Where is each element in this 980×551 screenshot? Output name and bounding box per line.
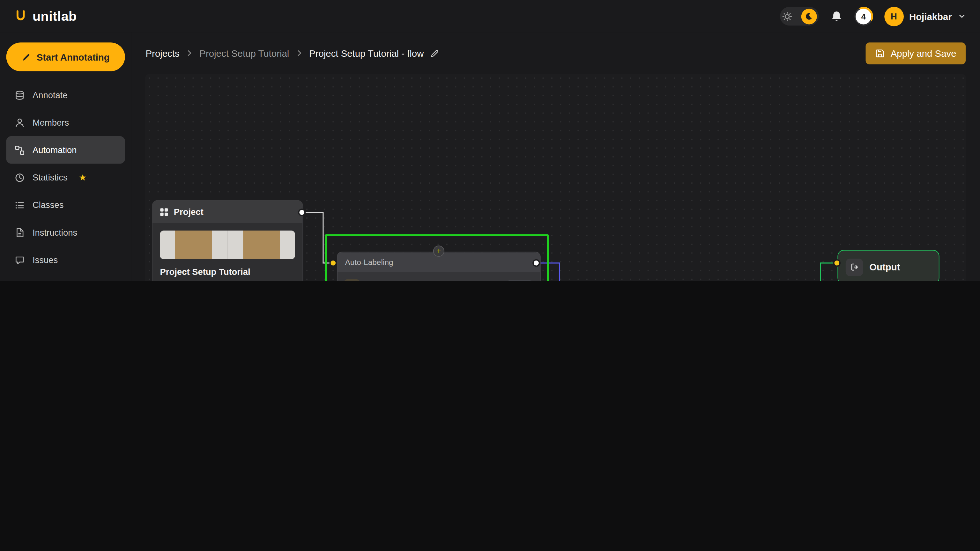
clock-icon [14, 172, 25, 183]
sun-icon [781, 11, 792, 21]
port-autolabeling-output[interactable] [533, 259, 540, 267]
sidebar-nav: Annotate Members Automation Statistics ★… [6, 81, 125, 281]
sidebar-item-statistics[interactable]: Statistics ★ [6, 164, 125, 191]
sidebar-item-classes[interactable]: Classes [6, 191, 125, 219]
project-title: Project Setup Tutorial [160, 267, 295, 277]
output-node[interactable]: Output [837, 250, 939, 281]
app-window: unitlab 4 H Hojiakbar Start Annotatin [0, 0, 980, 281]
breadcrumb-projects[interactable]: Projects [145, 48, 179, 58]
edge-approved-to-output[interactable] [801, 263, 837, 281]
port-project-output[interactable] [298, 208, 306, 216]
sidebar-item-annotate[interactable]: Annotate [6, 81, 125, 109]
sidebar-item-issues[interactable]: Issues [6, 246, 125, 273]
project-thumbnails [160, 230, 295, 259]
autolabeling-selection-box[interactable]: + Auto-Labeling Select Model 0 + [325, 234, 549, 281]
start-annotating-button[interactable]: Start Annotating [6, 43, 125, 71]
output-label: Output [869, 262, 900, 272]
logo-text: unitlab [33, 9, 77, 24]
workflow-icon [14, 145, 25, 155]
start-annotating-label: Start Annotating [37, 52, 110, 62]
add-step-above-button[interactable]: + [433, 246, 444, 257]
port-autolabeling-input[interactable] [329, 259, 337, 267]
person-icon [14, 117, 25, 127]
main-area: Projects Project Setup Tutorial Project … [131, 33, 980, 281]
breadcrumb-project[interactable]: Project Setup Tutorial [199, 48, 289, 58]
user-name: Hojiakbar [909, 11, 952, 21]
user-avatar: H [884, 7, 904, 26]
breadcrumb: Projects Project Setup Tutorial Project … [145, 48, 439, 58]
topbar: Projects Project Setup Tutorial Project … [131, 33, 980, 74]
project-thumbnail-1 [160, 230, 228, 259]
port-output-input[interactable] [833, 259, 841, 267]
credits-counter[interactable]: 4 [854, 7, 873, 26]
pencil-icon [22, 52, 31, 62]
list-icon [14, 200, 25, 210]
output-icon [846, 258, 863, 276]
chevron-down-icon [957, 12, 966, 21]
model-icon [344, 279, 360, 281]
document-icon [14, 227, 25, 238]
edit-pencil-icon[interactable] [430, 48, 439, 58]
grid-icon [159, 207, 169, 216]
theme-toggle[interactable] [780, 7, 818, 26]
project-subtitle: Image Segmentation - 11 Jan 2026 [160, 280, 295, 281]
save-icon [875, 48, 885, 58]
top-header: unitlab 4 H Hojiakbar [0, 0, 980, 33]
credits-count: 4 [856, 8, 871, 24]
database-icon [14, 90, 25, 100]
model-count-badge[interactable]: 0 [506, 280, 534, 281]
flow-canvas[interactable]: Project Project Setup Tutorial Image Seg… [145, 74, 966, 281]
unitlab-logo-icon [14, 9, 27, 23]
project-node-header[interactable]: Project [153, 200, 302, 223]
sidebar: Start Annotating Annotate Members Automa… [0, 33, 131, 281]
chat-bubble-icon [14, 254, 25, 265]
chevron-right-icon [295, 49, 303, 57]
star-icon: ★ [79, 173, 87, 183]
sidebar-item-release-datasets[interactable]: Release datasets [6, 273, 125, 281]
project-thumbnail-2 [227, 230, 295, 259]
chevron-right-icon [186, 49, 193, 57]
apply-and-save-button[interactable]: Apply and Save [865, 42, 966, 64]
project-node[interactable]: Project Project Setup Tutorial Image Seg… [152, 200, 303, 281]
project-node-title: Project [174, 206, 204, 216]
moon-icon [801, 8, 817, 24]
sidebar-item-instructions[interactable]: Instructions [6, 219, 125, 246]
apply-and-save-label: Apply and Save [891, 48, 956, 58]
unitlab-logo[interactable]: unitlab [14, 9, 77, 24]
user-menu[interactable]: H Hojiakbar [884, 7, 966, 26]
breadcrumb-flow: Project Setup Tutorial - flow [309, 48, 424, 58]
sidebar-item-members[interactable]: Members [6, 109, 125, 136]
bell-icon[interactable] [830, 10, 843, 23]
sidebar-item-automation[interactable]: Automation [6, 136, 125, 164]
